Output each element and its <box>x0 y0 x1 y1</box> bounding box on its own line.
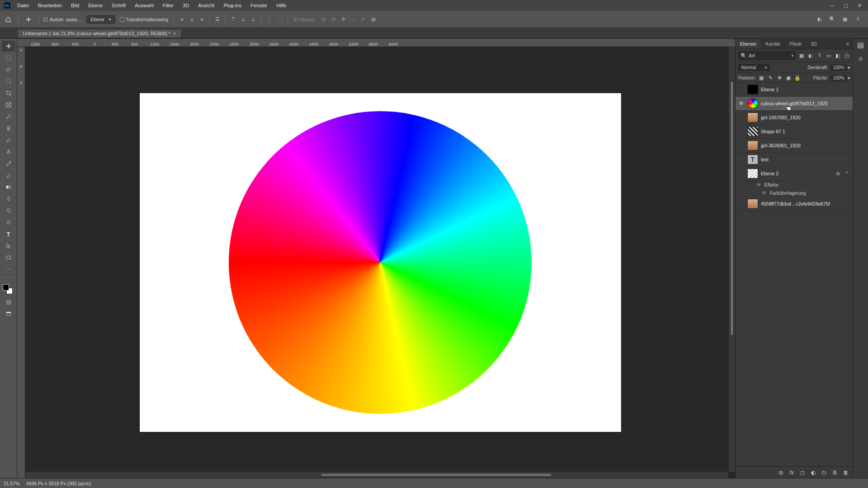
lock-pixels-icon[interactable]: ▦ <box>758 75 764 81</box>
path-selection-tool[interactable] <box>2 240 15 251</box>
object-selection-tool[interactable] <box>2 76 15 87</box>
effect-coloroverlay-row[interactable]: 👁 Farbüberlagerung <box>736 189 853 197</box>
document-canvas[interactable] <box>140 93 621 432</box>
layer-row[interactable]: 4559ff77db5af…c2efe8428e675f <box>736 197 853 211</box>
layer-thumbnail[interactable] <box>747 141 758 150</box>
pen-tool[interactable] <box>2 217 15 228</box>
tab-channels[interactable]: Kanäle <box>761 39 785 49</box>
window-maximize-button[interactable]: ▢ <box>839 0 853 11</box>
scrollbar-thumb[interactable] <box>321 473 552 477</box>
eye-icon[interactable]: 👁 <box>761 190 767 196</box>
foreground-background-swatch[interactable] <box>0 282 17 296</box>
menu-image[interactable]: Bild <box>66 3 84 8</box>
group-layers-icon[interactable]: 🗀 <box>821 469 827 476</box>
more-tools-icon[interactable]: ⋯ <box>2 264 15 275</box>
layer-style-icon[interactable]: fx <box>788 469 795 476</box>
lock-paint-icon[interactable]: ✎ <box>767 75 774 81</box>
distribute-v-icon[interactable]: ⋮ <box>266 16 272 23</box>
layer-row[interactable]: girl-3626901_1920 <box>736 139 853 153</box>
layer-thumbnail[interactable] <box>747 84 758 94</box>
clone-stamp-tool[interactable] <box>2 146 15 157</box>
new-layer-icon[interactable]: 🗎 <box>832 469 838 476</box>
menu-type[interactable]: Schrift <box>107 3 130 8</box>
cloud-docs-icon[interactable]: ◐ <box>816 16 823 23</box>
move-tool[interactable] <box>2 41 15 52</box>
move-tool-icon[interactable] <box>23 14 34 25</box>
menu-edit[interactable]: Bearbeiten <box>33 3 66 8</box>
3d-scale-icon[interactable]: ⤢ <box>360 16 367 23</box>
filter-type-icon[interactable]: T <box>816 52 823 59</box>
transform-controls-checkbox[interactable]: Transformationsstrg. <box>120 17 170 22</box>
3d-orbit-icon[interactable]: ◎ <box>321 16 327 23</box>
layer-row[interactable]: Ebene 2 fx ⌃ <box>736 167 853 181</box>
horizontal-scrollbar[interactable] <box>25 472 728 478</box>
document-tab-close-icon[interactable]: × <box>173 31 176 36</box>
align-bottom-icon[interactable]: ⊥ <box>250 16 256 23</box>
quick-mask-tool[interactable] <box>2 297 15 308</box>
type-layer-icon[interactable]: T <box>747 155 758 164</box>
home-button[interactable] <box>3 14 14 25</box>
menu-window[interactable]: Fenster <box>246 3 272 8</box>
lock-all-icon[interactable]: 🔒 <box>794 75 801 81</box>
layer-name[interactable]: Ebene 1 <box>761 87 778 92</box>
layer-name[interactable]: 4559ff77db5af…c2efe8428e675f <box>761 201 830 206</box>
layer-thumbnail[interactable] <box>747 113 758 122</box>
layer-mask-icon[interactable]: ◻ <box>799 469 806 476</box>
search-icon[interactable]: 🔍 <box>829 16 835 23</box>
viewport[interactable] <box>25 47 735 478</box>
layer-name[interactable]: Ebene 2 <box>761 171 778 176</box>
frame-tool[interactable] <box>2 99 15 110</box>
adjustment-layer-icon[interactable]: ◐ <box>810 469 816 476</box>
align-right-icon[interactable]: ≡ <box>198 16 205 23</box>
dodge-tool[interactable] <box>2 205 15 216</box>
tab-paths[interactable]: Pfade <box>785 39 806 49</box>
properties-icon[interactable]: ◎ <box>858 55 864 61</box>
scrollbar-thumb[interactable] <box>730 81 734 336</box>
rectangular-marquee-tool[interactable] <box>2 52 15 63</box>
layer-row[interactable]: Shape 87 1 <box>736 125 853 139</box>
more-options-icon[interactable]: ⋯ <box>277 16 283 23</box>
align-top-icon[interactable]: ⊤ <box>230 16 236 23</box>
layers-stack-icon[interactable]: ▤ <box>858 42 864 48</box>
menu-3d[interactable]: 3D <box>178 3 193 8</box>
layer-row[interactable]: 👁 colour-wheel-gb9f78d013_1920 <box>736 97 853 111</box>
menu-plugins[interactable]: Plug-ins <box>219 3 246 8</box>
crop-tool[interactable] <box>2 88 15 99</box>
filter-pixel-icon[interactable]: ▦ <box>798 52 805 59</box>
lasso-tool[interactable] <box>2 64 15 75</box>
layers-list[interactable]: Ebene 1 👁 colour-wheel-gb9f78d013_1920 g… <box>736 83 853 466</box>
document-dimensions[interactable]: 4936 Px x 3319 Px (300 ppcm) <box>26 481 91 486</box>
zoom-value[interactable]: 21,57% <box>4 481 20 486</box>
share-icon[interactable]: ⇪ <box>854 16 861 23</box>
blend-mode-dropdown[interactable]: Normal <box>738 64 770 71</box>
delete-layer-icon[interactable]: 🗑 <box>843 469 849 476</box>
panel-menu-icon[interactable]: ≡ <box>843 39 853 49</box>
opacity-field[interactable]: 100% ▾ <box>830 65 850 70</box>
ruler-vertical[interactable]: 4 0 2 <box>17 47 25 478</box>
filter-adjust-icon[interactable]: ◐ <box>807 52 814 59</box>
fill-field[interactable]: 100% ▾ <box>830 75 850 81</box>
healing-brush-tool[interactable] <box>2 123 15 134</box>
menu-select[interactable]: Auswahl <box>130 3 158 8</box>
visibility-toggle[interactable]: 👁 <box>738 100 745 107</box>
gradient-tool[interactable] <box>2 182 15 192</box>
lock-position-icon[interactable]: ✥ <box>776 75 783 81</box>
brush-tool[interactable] <box>2 135 15 145</box>
layer-name[interactable]: colour-wheel-gb9f78d013_1920 <box>761 101 828 106</box>
auto-select-checkbox[interactable]: Autom. ausw… <box>43 17 82 22</box>
menu-help[interactable]: Hilfe <box>272 3 291 8</box>
layer-name[interactable]: Shape 87 1 <box>761 129 785 134</box>
layer-thumbnail[interactable] <box>747 199 758 209</box>
3d-rotate-icon[interactable]: ⟲ <box>330 16 337 23</box>
layer-row[interactable]: girl-1867092_1920 <box>736 111 853 125</box>
tab-3d[interactable]: 3D <box>806 39 821 49</box>
workspace-icon[interactable]: ▦ <box>842 16 848 23</box>
foreground-color-swatch[interactable] <box>3 284 9 291</box>
window-close-button[interactable]: ✕ <box>853 0 866 11</box>
align-left-icon[interactable]: ≡ <box>179 16 185 23</box>
window-minimize-button[interactable]: — <box>826 0 839 11</box>
layer-thumbnail[interactable] <box>747 127 758 136</box>
menu-filter[interactable]: Filter <box>158 3 178 8</box>
3d-camera-icon[interactable]: ▣ <box>370 16 377 23</box>
eye-icon[interactable]: 👁 <box>755 182 762 188</box>
